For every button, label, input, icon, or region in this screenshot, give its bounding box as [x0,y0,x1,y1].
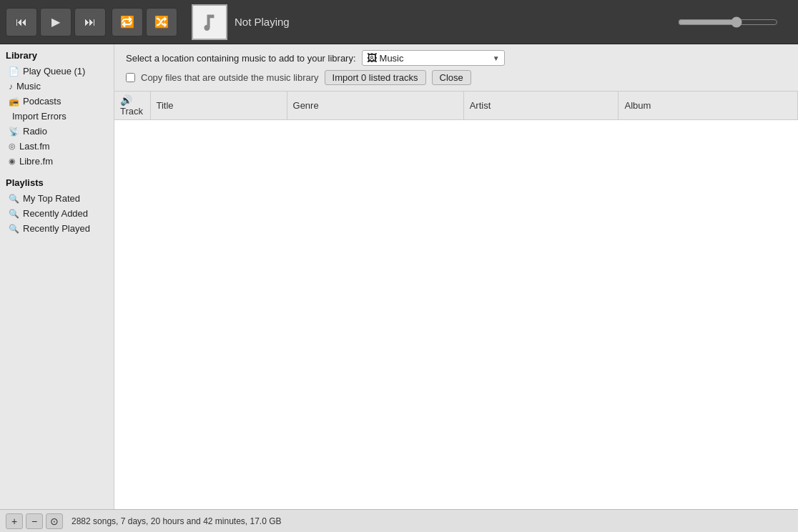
library-header: Library [0,44,114,64]
close-import-button[interactable]: Close [432,70,471,85]
toolbar: ⏮ ▶ ⏭ 🔁 🔀 Not Playing [0,0,798,44]
location-select-dropdown[interactable]: 🖼 Music ▼ [362,50,505,66]
playlists-header: Playlists [0,172,114,191]
browse-button[interactable]: ⊙ [46,513,63,529]
col-track: 🔊 Track [114,92,150,120]
main-layout: Library 📄 Play Queue (1) ♪ Music 📻 Podca… [0,44,798,509]
now-playing-text: Not Playing [235,16,290,28]
sidebar: Library 📄 Play Queue (1) ♪ Music 📻 Podca… [0,44,114,509]
content-area: Select a location containing music to ad… [114,44,798,509]
volume-icon: 🔊 [120,94,132,106]
shuffle-button[interactable]: 🔀 [146,8,177,36]
sidebar-item-recently-added[interactable]: 🔍 Recently Added [0,206,114,221]
sidebar-label-play-queue: Play Queue (1) [23,66,85,77]
col-album: Album [619,92,798,120]
play-button[interactable]: ▶ [40,8,72,36]
librefm-icon: ◉ [9,157,16,166]
prev-button[interactable]: ⏮ [6,8,37,36]
location-select-text: Music [380,53,490,64]
sidebar-label-librefm: Libre.fm [19,156,53,167]
volume-area [678,16,792,28]
col-artist: Artist [463,92,619,120]
sidebar-item-play-queue[interactable]: 📄 Play Queue (1) [0,64,114,79]
sidebar-item-librefm[interactable]: ◉ Libre.fm [0,154,114,169]
col-title: Title [150,92,287,120]
sidebar-item-podcasts[interactable]: 📻 Podcasts [0,94,114,109]
sidebar-item-import-errors[interactable]: Import Errors [0,109,114,124]
bottom-bar: + − ⊙ 2882 songs, 7 days, 20 hours and 4… [0,509,798,532]
next-button[interactable]: ⏭ [74,8,106,36]
status-text: 2882 songs, 7 days, 20 hours and 42 minu… [72,516,282,526]
sidebar-item-radio[interactable]: 📡 Radio [0,124,114,139]
lastfm-icon: ◎ [9,142,16,151]
tracks-table-element: 🔊 Track Title Genre Artist Album [114,92,798,120]
sidebar-label-recently-played: Recently Played [23,223,90,234]
play-queue-icon: 📄 [9,66,19,77]
location-dropdown-arrow: ▼ [493,54,500,62]
col-track-label: Track [120,106,143,117]
sidebar-item-my-top-rated[interactable]: 🔍 My Top Rated [0,191,114,206]
music-icon: ♪ [9,82,13,92]
import-bar: Select a location containing music to ad… [114,44,798,92]
folder-icon: 🖼 [367,52,377,64]
my-top-rated-icon: 🔍 [9,194,19,204]
track-table: 🔊 Track Title Genre Artist Album [114,92,798,509]
sidebar-label-podcasts: Podcasts [23,96,61,107]
sidebar-label-music: Music [16,81,41,92]
col-genre: Genre [287,92,463,120]
album-art [192,4,227,40]
import-location-label: Select a location containing music to ad… [126,53,356,64]
sidebar-item-lastfm[interactable]: ◎ Last.fm [0,139,114,154]
table-header: 🔊 Track Title Genre Artist Album [114,92,798,120]
import-location-row: Select a location containing music to ad… [126,50,787,66]
radio-icon: 📡 [9,127,19,137]
remove-playlist-button[interactable]: − [26,513,43,529]
recently-added-icon: 🔍 [9,209,19,219]
sidebar-item-music[interactable]: ♪ Music [0,79,114,94]
sidebar-label-radio: Radio [23,126,47,137]
sidebar-item-recently-played[interactable]: 🔍 Recently Played [0,221,114,236]
podcasts-icon: 📻 [9,97,19,107]
sidebar-label-lastfm: Last.fm [19,141,50,152]
volume-slider[interactable] [678,16,778,28]
sidebar-label-recently-added: Recently Added [23,208,88,219]
sidebar-label-my-top-rated: My Top Rated [23,193,80,204]
copy-files-checkbox[interactable] [126,73,135,82]
repeat-button[interactable]: 🔁 [112,8,143,36]
sidebar-label-import-errors: Import Errors [12,111,66,122]
copy-files-label: Copy files that are outside the music li… [141,72,319,83]
add-playlist-button[interactable]: + [6,513,23,529]
import-tracks-button[interactable]: Import 0 listed tracks [325,70,426,85]
recently-played-icon: 🔍 [9,224,19,234]
import-copy-row: Copy files that are outside the music li… [126,70,787,85]
now-playing-area: Not Playing [192,4,669,40]
